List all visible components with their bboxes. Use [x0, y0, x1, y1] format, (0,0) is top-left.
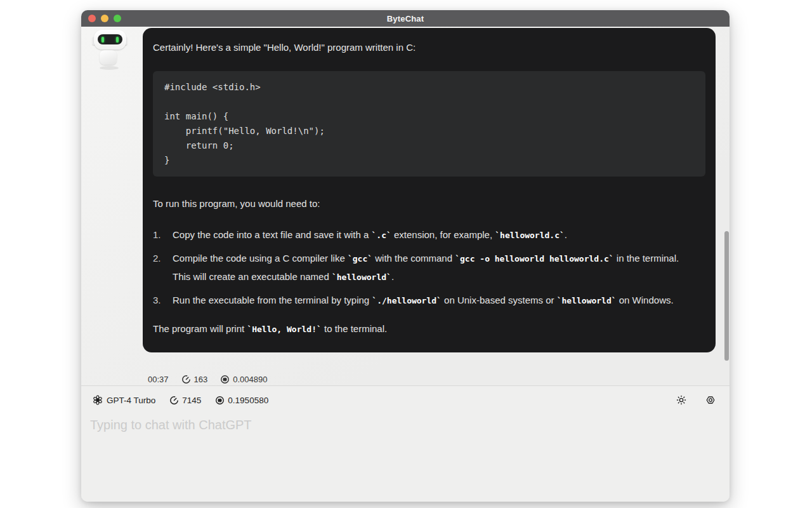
robot-visor-icon [98, 34, 122, 44]
list-item: 1. Copy the code into a text file and sa… [153, 226, 705, 244]
list-item: 3. Run the executable from the terminal … [153, 291, 705, 310]
list-item: 2. Compile the code using a C compiler l… [153, 250, 705, 286]
message-token-stat: 163 [181, 375, 208, 384]
composer-status-bar: GPT-4 Turbo 7145 0.1950580 [81, 386, 730, 414]
model-chip[interactable]: GPT-4 Turbo [93, 395, 155, 405]
traffic-lights [88, 10, 121, 27]
session-token-value: 7145 [182, 396, 201, 405]
message-time-value: 00:37 [148, 375, 169, 384]
titlebar[interactable]: ByteChat [81, 10, 730, 27]
settings-button[interactable] [703, 392, 718, 408]
gauge-icon [169, 396, 179, 405]
openai-logo-icon [93, 395, 103, 405]
message-intro: Certainly! Here's a simple "Hello, World… [153, 41, 705, 55]
code-block[interactable]: #include <stdio.h> int main() { printf("… [153, 71, 705, 177]
robot-head-icon [94, 30, 126, 50]
message-cost-stat: 0.004890 [220, 375, 267, 384]
list-item-text: Compile the code using a C compiler like… [173, 250, 705, 286]
minimize-button[interactable] [101, 15, 108, 22]
zoom-button[interactable] [114, 15, 121, 22]
assistant-avatar [92, 29, 129, 70]
model-name: GPT-4 Turbo [107, 396, 155, 405]
gear-icon [705, 395, 716, 405]
robot-eye-icon [102, 37, 104, 43]
sun-icon [676, 395, 686, 405]
steps-intro: To run this program, you would need to: [153, 197, 705, 211]
chat-input[interactable] [90, 418, 699, 488]
app-window: ByteChat Certainly! Here's a simple "Hel… [81, 10, 730, 502]
steps-list: 1. Copy the code into a text file and sa… [153, 226, 705, 310]
session-cost-value: 0.1950580 [228, 396, 268, 405]
message-outro: The program will print `Hello, World!` t… [153, 320, 705, 338]
window-title: ByteChat [387, 14, 424, 23]
robot-eye-icon [116, 37, 119, 43]
list-item-number: 2. [153, 250, 173, 286]
coin-icon [215, 396, 225, 405]
session-token-stat: 7145 [169, 396, 201, 405]
composer-section: GPT-4 Turbo 7145 0.1950580 [81, 385, 730, 502]
message-token-value: 163 [194, 375, 208, 384]
theme-toggle-button[interactable] [674, 392, 689, 408]
assistant-message-bubble: Certainly! Here's a simple "Hello, World… [143, 28, 716, 352]
scrollbar-thumb[interactable] [724, 231, 729, 361]
robot-body-icon [100, 50, 117, 65]
close-button[interactable] [88, 15, 96, 22]
robot-shadow [100, 66, 119, 70]
chat-area[interactable]: Certainly! Here's a simple "Hello, World… [81, 27, 730, 385]
coin-icon [220, 375, 230, 384]
list-item-text: Copy the code into a text file and save … [173, 226, 705, 244]
list-item-text: Run the executable from the terminal by … [173, 291, 705, 310]
list-item-number: 1. [153, 226, 173, 244]
message-time: 00:37 [148, 375, 169, 384]
session-cost-stat: 0.1950580 [215, 396, 268, 405]
message-cost-value: 0.004890 [233, 375, 267, 384]
message-stats-row: 00:37 163 0.004890 [148, 375, 267, 384]
gauge-icon [181, 375, 191, 384]
list-item-number: 3. [153, 291, 173, 310]
